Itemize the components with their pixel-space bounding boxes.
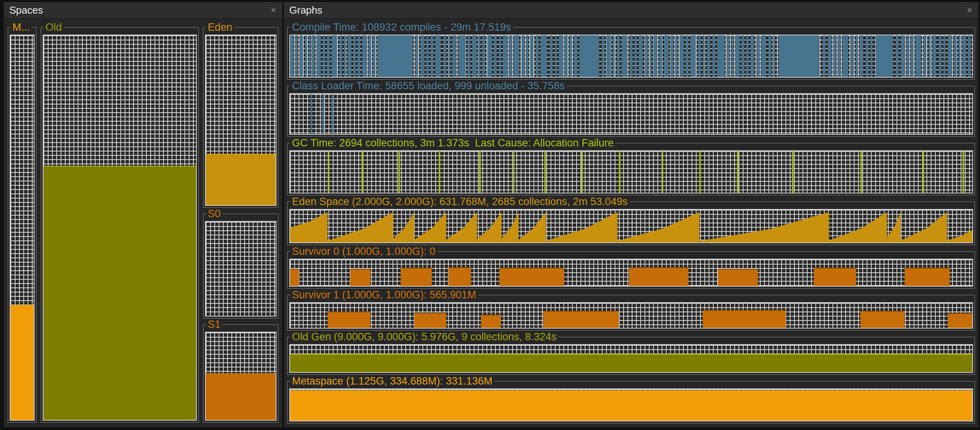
graph-bar [514, 35, 519, 77]
graph-row-compile-time-canvas [289, 35, 973, 78]
survivor-bar-segment [328, 312, 371, 328]
graph-bar [856, 35, 858, 77]
graph-row-metaspace: Metaspace (1.125G, 334.688M): 331.136M [287, 375, 975, 423]
space-fill-metaspace [10, 305, 34, 420]
space-box-s1: S1 [203, 319, 278, 423]
graph-bar [478, 35, 480, 77]
graph-bar [896, 35, 898, 77]
graph-bar [916, 35, 921, 77]
graph-bar [295, 35, 297, 77]
graph-bar [929, 35, 931, 77]
graph-bar [606, 35, 611, 77]
sawtooth-tooth [829, 212, 887, 242]
graph-bar [574, 35, 577, 77]
close-icon[interactable]: × [268, 5, 278, 15]
graph-row-class-loader-canvas [289, 93, 973, 135]
graph-bar [690, 35, 696, 77]
graph-bar [467, 35, 470, 77]
spaces-titlebar[interactable]: Spaces × [4, 2, 282, 19]
graph-bar [851, 35, 853, 77]
graph-bar [521, 35, 524, 77]
graph-bar [487, 35, 492, 77]
survivor-bar-segment [448, 267, 471, 286]
graph-bar [662, 151, 664, 193]
graph-bar [322, 94, 324, 134]
graphs-panel-title: Graphs [289, 4, 322, 16]
sawtooth-tooth [414, 212, 447, 242]
graph-bar [968, 35, 971, 77]
graph-bar [907, 35, 909, 77]
spaces-columns: M...OldEdenS0S1 [4, 19, 282, 427]
close-icon[interactable]: × [964, 5, 975, 15]
survivor-bar-segment [543, 311, 619, 328]
space-fill-s1 [205, 373, 276, 421]
graph-bar [698, 35, 701, 77]
graph-row-metaspace-canvas [289, 388, 973, 421]
space-box-eden: Eden [203, 21, 278, 208]
sawtooth-tooth [393, 212, 414, 242]
sawtooth-tooth [290, 212, 328, 242]
graph-bar [348, 35, 351, 77]
graph-bar [645, 35, 648, 77]
graph-bar [622, 35, 627, 77]
graph-bar [630, 35, 632, 77]
graph-row-gc-time-label: GC Time: 2694 collections, 3m 1.373s Las… [290, 137, 615, 149]
graph-bar [963, 35, 966, 77]
graph-bar [312, 35, 315, 77]
graph-row-compile-time-label: Compile Time: 108932 compiles - 29m 17.5… [290, 21, 513, 33]
sawtooth-tooth [546, 212, 617, 242]
graph-bar [452, 35, 456, 77]
graph-bar [439, 151, 440, 193]
graph-bar [901, 35, 905, 77]
graph-bar [300, 35, 303, 77]
graphs-titlebar[interactable]: Graphs × [284, 2, 978, 19]
graph-bar [659, 35, 662, 77]
graph-bar [550, 35, 553, 77]
graph-row-metaspace-label: Metaspace (1.125G, 334.688M): 331.136M [290, 375, 494, 387]
graph-bar [619, 151, 620, 193]
space-box-eden-canvas [205, 35, 276, 206]
graph-fill-area [290, 354, 973, 373]
graph-bar [650, 35, 652, 77]
graph-row-gc-time-canvas [289, 150, 973, 193]
graph-bar [923, 151, 924, 193]
graph-bar [838, 35, 841, 77]
graph-bar [933, 35, 936, 77]
graph-bar [459, 35, 466, 77]
graph-bar [327, 35, 330, 77]
graph-bar [472, 35, 476, 77]
graph-row-eden-space-label: Eden Space (2.000G, 2.000G): 631.768M, 2… [290, 196, 630, 208]
graph-bar [361, 151, 363, 193]
survivor-bar-segment [414, 313, 447, 328]
graph-bar [871, 35, 872, 77]
sawtooth-tooth [328, 212, 393, 242]
graph-bar [368, 35, 371, 77]
space-box-s0-label: S0 [206, 208, 222, 220]
sawtooth-chart [290, 210, 972, 242]
graph-bar [732, 35, 733, 77]
graph-row-survivor-0-canvas [289, 259, 973, 287]
visualgc-window: { "icons": {"close_glyph": "×"}, "spaces… [0, 0, 980, 430]
graph-bar [499, 35, 501, 77]
graph-bar [305, 35, 307, 77]
survivor-bar-segment [703, 310, 786, 328]
graph-bar [613, 35, 615, 77]
spaces-panel-title: Spaces [9, 4, 43, 16]
graph-bar [377, 35, 413, 77]
graph-bar [699, 151, 701, 193]
graph-bar [415, 35, 418, 77]
graph-row-old-gen: Old Gen (9.000G, 9.000G): 5.976G, 9 coll… [287, 331, 975, 375]
graph-bar [860, 151, 862, 193]
graph-bar [509, 35, 512, 77]
sawtooth-tooth [502, 212, 519, 242]
graph-bar [924, 35, 926, 77]
survivor-bar-segment [499, 268, 564, 286]
graph-row-survivor-1-canvas [289, 302, 973, 329]
graph-bar [761, 35, 766, 77]
graph-bar [828, 35, 832, 77]
survivor-bar-segment [401, 268, 432, 286]
graph-bar [866, 35, 869, 77]
graph-bar [431, 35, 433, 77]
graph-bar [757, 35, 759, 77]
graph-bar [344, 35, 346, 77]
